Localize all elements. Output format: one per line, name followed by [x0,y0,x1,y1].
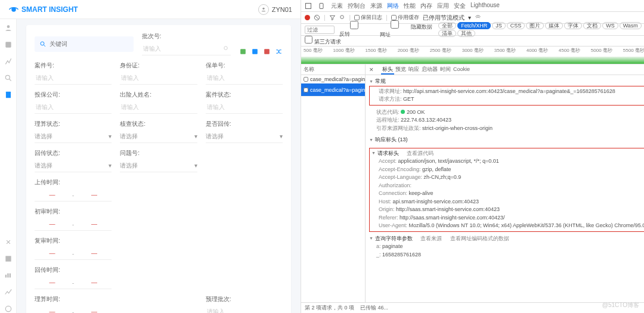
nav-icon-9[interactable] [4,288,13,296]
devtools-tab[interactable]: 控制台 [348,2,366,10]
svg-rect-6 [5,256,11,261]
action-icon-3[interactable] [263,48,271,55]
devtools-tab[interactable]: 内存 [420,2,432,10]
search-icon[interactable] [223,45,230,52]
svg-point-4 [5,75,10,79]
svg-point-7 [5,306,11,311]
batch-input[interactable] [143,45,222,52]
detail-tab[interactable]: 启动器 [420,65,439,73]
detail-tab[interactable]: 预览 [394,65,407,73]
devtools-tab[interactable]: 应用 [437,2,449,10]
timeline[interactable]: 500 毫秒1000 毫秒1500 毫秒2000 毫秒2500 毫秒3000 毫… [301,47,644,64]
expectbatch-input[interactable] [207,308,283,313]
shuffle-icon[interactable] [275,48,283,55]
nav-icon-1[interactable] [4,24,13,32]
detail-tab[interactable]: 时间 [439,65,452,73]
filter-type[interactable]: JS [492,22,506,29]
action-icon-1[interactable] [239,48,247,55]
policy-input[interactable] [207,75,283,81]
filter-type[interactable]: Wasm [620,22,642,29]
svg-rect-5 [5,92,10,98]
inspect-icon[interactable] [305,2,312,10]
clear-icon[interactable] [314,14,320,21]
filter-type[interactable]: 全部 [438,22,456,29]
svg-point-8 [41,42,44,45]
request-row[interactable]: case_medical?a=paginate&_=1... [301,83,365,97]
search-icon [39,41,47,48]
action-icon-2[interactable] [251,48,259,55]
idno-input[interactable] [121,75,197,81]
svg-rect-11 [252,49,258,54]
wifi-icon[interactable] [475,14,481,21]
svg-rect-3 [5,42,11,47]
filter-type[interactable]: 文档 [583,22,601,29]
devtools-tab[interactable]: 网络 [387,2,399,10]
devtools-tab[interactable]: 元素 [331,2,343,10]
detail-tab[interactable]: 标头 [381,65,394,75]
nav-icon-8[interactable] [4,271,13,280]
request-row[interactable]: case_medical?a=paginate&_=1... [301,75,365,83]
casestatus-input[interactable] [207,104,283,110]
devtools-footer: 第 2 项请求，共 0 项已传输 46... [301,302,644,313]
filter-type[interactable]: 字体 [564,22,582,29]
nav-icon-5[interactable] [4,91,13,99]
thirdparty-checkbox[interactable]: 第三方请求 [305,36,341,46]
svg-point-28 [340,16,343,19]
svg-point-2 [7,25,10,28]
devtools-tab[interactable]: 性能 [404,2,416,10]
reviewtime-range[interactable]: —-— [35,247,112,260]
detail-tab[interactable]: Cookie [452,65,471,73]
record-icon[interactable] [305,15,310,20]
filter-type[interactable]: Fetch/XHR [457,22,491,29]
filter-type[interactable]: WS [602,22,618,29]
nav-icon-4[interactable] [4,74,13,82]
brand-logo: SMART INSIGHT [8,4,78,15]
nav-icon-6[interactable] [4,238,13,246]
detail-tab[interactable]: 响应 [407,65,420,73]
user-menu[interactable]: ZYN01 [258,4,292,15]
insured-input[interactable] [121,104,197,110]
filter-icon[interactable] [329,14,336,21]
question-select[interactable]: 请选择▾ [120,159,197,172]
returntime-range[interactable]: —-— [35,276,112,289]
filter-type[interactable]: CSS [507,22,525,29]
svg-point-9 [224,47,228,50]
avatar-icon [258,4,269,15]
filter-type[interactable]: 图片 [526,22,544,29]
general-group[interactable]: 常规 [369,78,644,86]
svg-point-1 [262,7,264,9]
checkstatus-select[interactable]: 请选择▾ [120,130,197,143]
claimtime-range[interactable]: —-— [35,305,112,313]
svg-rect-22 [320,3,323,8]
nav-icon-2[interactable] [4,41,13,49]
nav-icon-10[interactable] [4,305,13,313]
svg-rect-10 [240,49,246,54]
returned-select[interactable]: 请选择▾ [206,130,283,143]
nav-icon-3[interactable] [4,57,13,66]
insco-input[interactable] [36,104,112,110]
claimstatus-select[interactable]: 请选择▾ [35,130,112,143]
chevron-down-icon: ▾ [109,133,112,140]
devtools-tab[interactable]: Lighthouse [470,2,500,10]
response-headers-group[interactable]: 响应标头 (13) [369,136,644,144]
nav-icon-7[interactable] [4,255,13,263]
filter-type[interactable]: 媒体 [545,22,563,29]
uploadtime-range[interactable]: —-— [35,188,112,202]
firsttime-range[interactable]: —-— [35,218,112,231]
keyword-search[interactable] [35,36,134,52]
caseno-input[interactable] [36,75,112,81]
devtools-tab[interactable]: 安全 [454,2,466,10]
name-column-header[interactable]: 名称 [301,64,365,75]
query-params-group[interactable]: 查询字符串参数 查看来源 查看网址编码格式的数据 [369,235,644,243]
devtools-tab[interactable]: 来源 [370,2,382,10]
devtools-tabs: 元素控制台来源网络性能内存应用安全Lighthouse [331,2,644,10]
search-icon[interactable] [339,14,346,21]
filter-input[interactable] [305,26,335,34]
batch-label: 批次号: [142,32,231,41]
sidebar [0,19,17,313]
device-icon[interactable] [318,2,325,10]
returnstatus-select[interactable]: 请选择▾ [35,159,112,172]
watermark: @51CTO博客 [602,301,639,309]
request-headers-group[interactable]: 请求标头 查看源代码 [371,150,644,158]
close-detail-icon[interactable]: ✕ [368,66,375,74]
